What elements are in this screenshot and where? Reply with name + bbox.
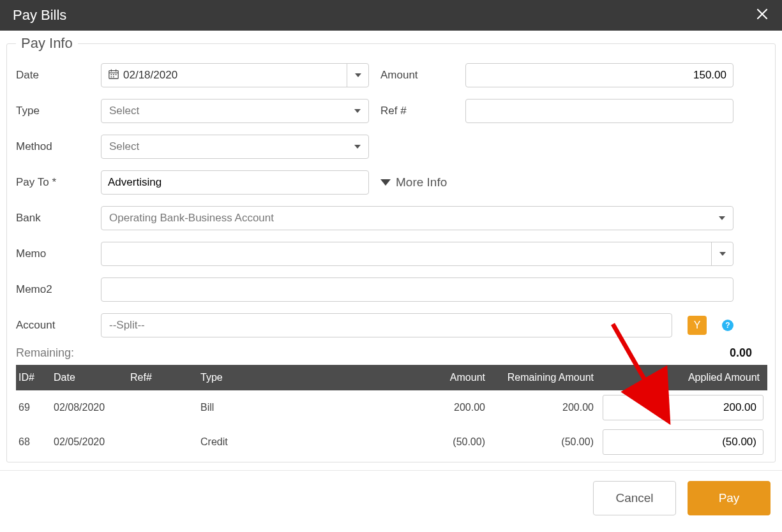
date-value: 02/18/2020 <box>123 69 347 82</box>
svg-rect-7 <box>111 76 112 77</box>
col-type: Type <box>198 372 383 383</box>
memo2-field[interactable] <box>101 277 733 302</box>
bills-table: ID# Date Ref# Type Amount Remaining Amou… <box>16 365 767 459</box>
pay-button[interactable]: Pay <box>688 481 771 515</box>
col-remaining: Remaining Amount <box>492 372 600 383</box>
label-bank: Bank <box>16 212 89 225</box>
memo-field[interactable] <box>101 242 733 266</box>
ref-input[interactable] <box>466 100 733 122</box>
memo2-input[interactable] <box>102 278 733 301</box>
label-date: Date <box>16 69 89 82</box>
method-dropdown-button[interactable] <box>347 135 368 158</box>
amount-field[interactable] <box>465 63 733 87</box>
type-field[interactable]: Select <box>101 99 369 123</box>
ref-field[interactable] <box>465 99 733 123</box>
window-title: Pay Bills <box>13 7 66 24</box>
pay-info-fieldset: Pay Info Date 02/18/2020 Amount Type Sel… <box>6 43 776 462</box>
chevron-down-icon <box>354 145 361 149</box>
form-grid: Date 02/18/2020 Amount Type Select Ref # <box>16 53 767 337</box>
amount-input[interactable] <box>466 64 733 87</box>
cell-remaining: (50.00) <box>492 436 600 448</box>
label-memo2: Memo2 <box>16 283 89 296</box>
label-payto: Pay To * <box>16 176 89 189</box>
memo-dropdown-button[interactable] <box>711 242 733 265</box>
col-id: ID# <box>16 372 51 383</box>
cell-amount: (50.00) <box>383 436 492 448</box>
cell-date: 02/05/2020 <box>51 436 128 448</box>
bank-value: Operating Bank-Business Account <box>102 212 711 225</box>
cell-applied <box>600 425 766 459</box>
account-row: --Split-- Y ? <box>101 313 733 337</box>
table-row: 69 02/08/2020 Bill 200.00 200.00 <box>16 390 767 425</box>
y-button[interactable]: Y <box>688 316 707 335</box>
bank-dropdown-button[interactable] <box>711 207 733 230</box>
col-amount: Amount <box>383 372 492 383</box>
col-applied: Applied Amount <box>600 372 766 383</box>
account-field[interactable]: --Split-- <box>101 313 672 337</box>
close-icon[interactable] <box>751 4 773 26</box>
payto-input[interactable] <box>102 171 368 194</box>
cell-id: 68 <box>16 436 51 448</box>
label-memo: Memo <box>16 248 89 260</box>
footer: Cancel Pay <box>0 470 782 515</box>
table-header: ID# Date Ref# Type Amount Remaining Amou… <box>16 365 767 390</box>
cancel-button[interactable]: Cancel <box>593 481 676 515</box>
remaining-label: Remaining: <box>16 346 74 360</box>
label-method: Method <box>16 140 89 153</box>
chevron-down-icon <box>719 216 725 220</box>
more-info-label: More Info <box>396 175 447 189</box>
svg-rect-5 <box>113 74 114 75</box>
cell-type: Credit <box>198 436 383 448</box>
more-info-toggle[interactable]: More Info <box>380 175 733 189</box>
col-ref: Ref# <box>128 372 198 383</box>
cell-applied <box>600 391 766 424</box>
cell-type: Bill <box>198 402 383 413</box>
type-dropdown-button[interactable] <box>347 100 368 122</box>
chevron-down-icon <box>719 252 726 256</box>
method-value: Select <box>102 140 347 153</box>
chevron-down-icon <box>354 109 361 113</box>
label-type: Type <box>16 105 89 117</box>
cell-date: 02/08/2020 <box>51 402 128 413</box>
chevron-down-icon <box>380 179 391 186</box>
label-amount: Amount <box>380 69 454 82</box>
cell-amount: 200.00 <box>383 402 492 413</box>
remaining-value: 0.00 <box>730 346 763 360</box>
calendar-icon <box>102 68 123 83</box>
date-field[interactable]: 02/18/2020 <box>101 63 369 87</box>
col-date: Date <box>51 372 128 383</box>
cell-id: 69 <box>16 402 51 413</box>
table-row: 68 02/05/2020 Credit (50.00) (50.00) <box>16 425 767 459</box>
label-ref: Ref # <box>380 105 454 117</box>
content: Pay Info Date 02/18/2020 Amount Type Sel… <box>0 31 782 462</box>
method-field[interactable]: Select <box>101 135 369 159</box>
bank-field[interactable]: Operating Bank-Business Account <box>101 206 733 230</box>
svg-rect-6 <box>116 74 117 75</box>
type-value: Select <box>102 105 347 117</box>
remaining-row: Remaining: 0.00 <box>16 346 763 360</box>
titlebar: Pay Bills <box>0 0 782 31</box>
help-icon[interactable]: ? <box>722 320 733 331</box>
payto-field[interactable] <box>101 170 369 195</box>
svg-rect-4 <box>111 74 112 75</box>
applied-amount-input[interactable] <box>603 395 763 420</box>
account-value: --Split-- <box>102 319 672 332</box>
date-dropdown-button[interactable] <box>347 64 368 87</box>
svg-rect-8 <box>113 76 114 77</box>
label-account: Account <box>16 319 89 332</box>
fieldset-legend: Pay Info <box>16 35 78 52</box>
chevron-down-icon <box>355 73 361 77</box>
applied-amount-input[interactable] <box>603 429 763 455</box>
cell-remaining: 200.00 <box>492 402 600 413</box>
